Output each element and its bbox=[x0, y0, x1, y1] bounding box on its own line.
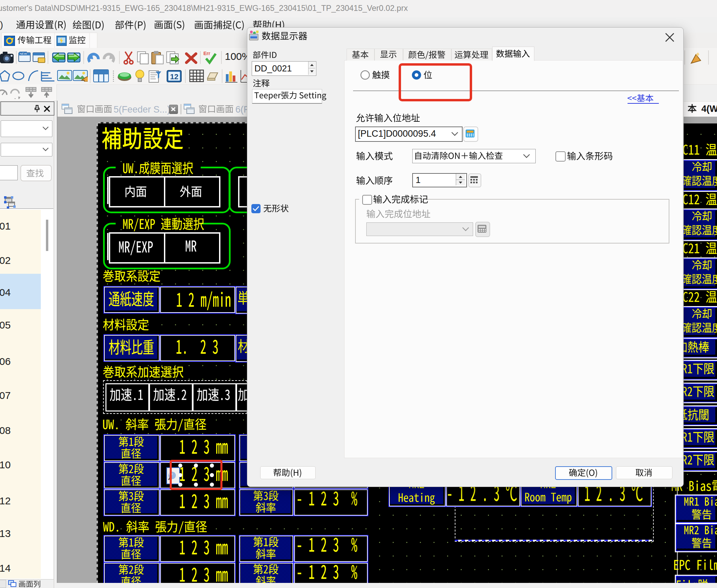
svg-text:12: 12 bbox=[170, 72, 178, 81]
svg-text:Err: Err bbox=[203, 51, 211, 56]
svg-text:NEW: NEW bbox=[20, 52, 27, 55]
